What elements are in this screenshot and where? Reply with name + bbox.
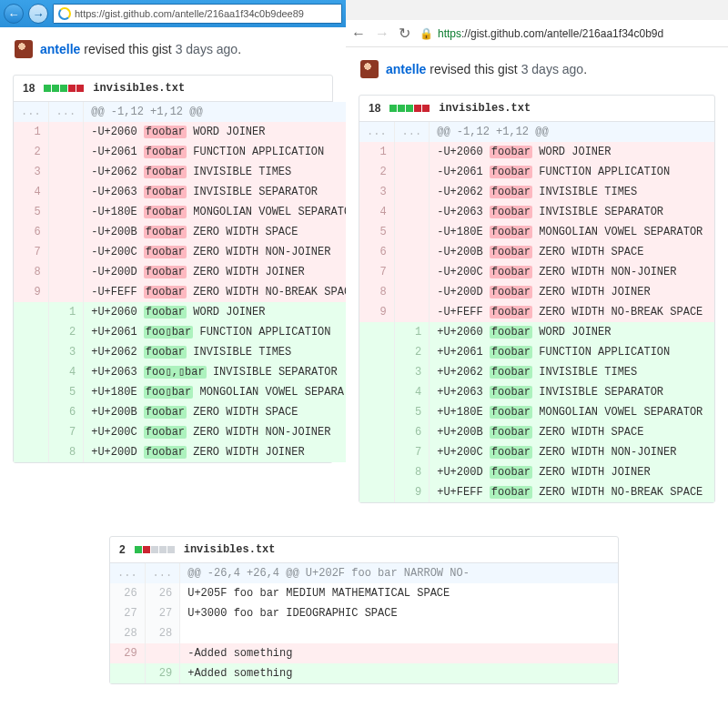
url-field[interactable]: https://gist.github.com/antelle/216aa1f3… — [53, 4, 342, 24]
diff-code: +U+2060 foobar WORD JOINER — [84, 302, 346, 322]
diff-code: +U+200D foobar ZERO WIDTH JOINER — [84, 442, 346, 462]
diff-code: +U+180E foobar MONGOLIAN VOWEL SEPARATOR — [430, 402, 714, 422]
diff-line: 6 -U+200B foobar ZERO WIDTH SPACE — [359, 242, 714, 262]
diff-code: +U+200B foobar ZERO WIDTH SPACE — [84, 402, 346, 422]
avatar[interactable] — [15, 40, 33, 58]
line-num-old: 5 — [359, 222, 394, 242]
diff-code: -U+200B foobar ZERO WIDTH SPACE — [84, 222, 346, 242]
diff-line: 29 -Added something — [110, 643, 618, 663]
diff-code: -U+2061 foobar FUNCTION APPLICATION — [430, 162, 714, 182]
avatar[interactable] — [360, 60, 379, 78]
line-num-new: 4 — [48, 362, 84, 382]
back-button[interactable]: ← — [4, 4, 24, 24]
line-num-old — [359, 402, 394, 422]
diff-code: -U+2061 foobar FUNCTION APPLICATION — [84, 142, 346, 162]
line-num-new — [394, 222, 430, 242]
diff-file-box: 18 invisibles.txt ...... @@ -1,12 +1,12 … — [13, 75, 333, 463]
author-link[interactable]: antelle — [386, 62, 426, 76]
diff-line: 3 -U+2062 foobar INVISIBLE TIMES — [359, 182, 714, 202]
diff-line: 4 +U+2063 foobar INVISIBLE SEPARATOR — [359, 382, 714, 402]
diff-line: 4 -U+2063 foobar INVISIBLE SEPARATOR — [359, 202, 714, 222]
diff-code: +U+180E foo▯bar MONGOLIAN VOWEL SEPARA — [84, 382, 346, 402]
line-num-old: 27 — [110, 603, 145, 623]
author-link[interactable]: antelle — [40, 42, 80, 56]
line-num-new: 6 — [394, 422, 430, 442]
forward-button[interactable]: → — [28, 4, 48, 24]
diff-code: +U+2063 foobar INVISIBLE SEPARATOR — [430, 382, 714, 402]
line-num-old — [359, 342, 394, 362]
diff-line: 2 -U+2061 foobar FUNCTION APPLICATION — [14, 142, 346, 162]
diff-line: 1 +U+2060 foobar WORD JOINER — [14, 302, 346, 322]
diff-code: +U+2061 foobar FUNCTION APPLICATION — [430, 342, 714, 362]
diff-line: 6 -U+200B foobar ZERO WIDTH SPACE — [14, 222, 346, 242]
revision-header: antelle revised this gist 3 days ago. — [346, 47, 728, 86]
forward-button[interactable]: → — [375, 25, 389, 42]
line-num-old: 8 — [14, 262, 48, 282]
url-text: ://gist.github.com/antelle/216aa1f34c0b9… — [461, 27, 663, 40]
revised-word: revised — [430, 62, 470, 76]
url-protocol: https — [438, 27, 461, 40]
line-num-new — [394, 162, 430, 182]
line-num-new: 2 — [48, 322, 84, 342]
line-num-new: 3 — [394, 362, 430, 382]
diff-table-right: ...... @@ -1,12 +1,12 @@ 1 -U+2060 fooba… — [359, 122, 714, 502]
diff-code: +U+2060 foobar WORD JOINER — [430, 322, 714, 342]
diff-line: 2 -U+2061 foobar FUNCTION APPLICATION — [359, 162, 714, 182]
diff-filename[interactable]: invisibles.txt — [439, 102, 531, 115]
diff-code: -U+FEFF foobar ZERO WIDTH NO-BREAK SPACE — [84, 282, 346, 302]
line-num-old: 3 — [359, 182, 394, 202]
line-num-new: 9 — [394, 482, 430, 502]
back-button[interactable]: ← — [351, 25, 366, 42]
line-num-old: 4 — [14, 182, 48, 202]
url-field[interactable]: 🔒 https://gist.github.com/antelle/216aa1… — [420, 27, 723, 40]
line-num-new — [394, 302, 430, 322]
diff-line: 8 -U+200D foobar ZERO WIDTH JOINER — [14, 262, 346, 282]
chrome-address-bar: ← → ↻ 🔒 https://gist.github.com/antelle/… — [346, 20, 728, 47]
diff-filename[interactable]: invisibles.txt — [93, 82, 185, 95]
line-num-old — [359, 482, 394, 502]
diff-filename[interactable]: invisibles.txt — [184, 543, 276, 556]
line-num-old: 26 — [110, 583, 145, 603]
line-num-old — [14, 382, 48, 402]
reload-button[interactable]: ↻ — [399, 25, 410, 42]
diff-line: 2 +U+2061 foobar FUNCTION APPLICATION — [359, 342, 714, 362]
diff-stat-blocks — [135, 546, 175, 553]
line-num-old — [14, 422, 48, 442]
diff-file-header: 2 invisibles.txt — [110, 537, 618, 563]
diff-stat-count: 2 — [119, 543, 126, 556]
line-num-old — [359, 462, 394, 482]
line-num-new — [48, 282, 84, 302]
diff-line: 5 +U+180E foobar MONGOLIAN VOWEL SEPARAT… — [359, 402, 714, 422]
diff-stat-count: 18 — [369, 102, 380, 115]
diff-line: 5 -U+180E foobar MONGOLIAN VOWEL SEPARAT… — [14, 202, 346, 222]
diff-code: U+205F foo bar MEDIUM MATHEMATICAL SPACE — [180, 583, 618, 603]
line-num-new: 3 — [48, 342, 84, 362]
line-num-new: 1 — [394, 322, 430, 342]
diff-line: 5 +U+180E foo▯bar MONGOLIAN VOWEL SEPARA — [14, 382, 346, 402]
diff-line: 2 +U+2061 foo▯bar FUNCTION APPLICATION — [14, 322, 346, 342]
line-num-new: 26 — [145, 583, 180, 603]
line-num-new — [394, 202, 430, 222]
diff-line: 7 -U+200C foobar ZERO WIDTH NON-JOINER — [14, 242, 346, 262]
revision-header: antelle revised this gist 3 days ago. — [0, 27, 346, 66]
diff-code: -U+200D foobar ZERO WIDTH JOINER — [84, 262, 346, 282]
diff-code: -U+180E foobar MONGOLIAN VOWEL SEPARATOR — [430, 222, 714, 242]
revised-word: revised — [84, 42, 125, 56]
diff-code: -Added something — [180, 643, 618, 663]
line-num-new — [48, 182, 84, 202]
hunk-header: ...... @@ -1,12 +1,12 @@ — [359, 122, 714, 142]
line-num-new — [394, 142, 430, 162]
diff-line: 28 28 — [110, 623, 618, 643]
diff-code: U+3000 foo bar IDEOGRAPHIC SPACE — [180, 603, 618, 623]
diff-table-left: ...... @@ -1,12 +1,12 @@ 1 -U+2060 fooba… — [14, 102, 346, 462]
diff-line: 4 +U+2063 foo▯,▯bar INVISIBLE SEPARATOR — [14, 362, 346, 382]
revision-time: 3 days ago — [176, 42, 238, 56]
line-num-new — [48, 242, 84, 262]
line-num-old — [14, 302, 48, 322]
line-num-old: 4 — [359, 202, 394, 222]
line-num-new: 8 — [48, 442, 84, 462]
diff-code: -U+200C foobar ZERO WIDTH NON-JOINER — [430, 262, 714, 282]
diff-code: -U+200D foobar ZERO WIDTH JOINER — [430, 282, 714, 302]
diff-line: 7 -U+200C foobar ZERO WIDTH NON-JOINER — [359, 262, 714, 282]
diff-code: -U+200C foobar ZERO WIDTH NON-JOINER — [84, 242, 346, 262]
